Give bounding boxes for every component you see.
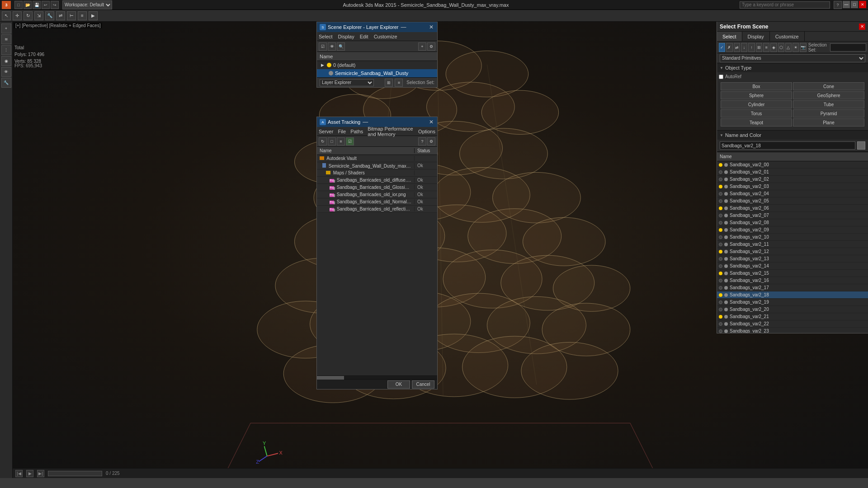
rotate-tool-btn[interactable]: ↻: [24, 11, 33, 20]
se-tool-settings-btn[interactable]: ⚙: [427, 42, 435, 51]
objects-list[interactable]: Sandbags_var2_00Sandbags_var2_01Sandbags…: [717, 161, 868, 333]
object-row-11[interactable]: Sandbags_var2_11: [717, 241, 868, 248]
sfs-highlight-btn[interactable]: ◈: [770, 43, 777, 52]
search-input[interactable]: [740, 1, 830, 9]
at-menu-paths[interactable]: Paths: [350, 129, 363, 134]
sfs-autoref-checkbox[interactable]: [719, 75, 723, 79]
layers-btn[interactable]: ≡: [78, 11, 87, 20]
timeline-next-btn[interactable]: ▶|: [37, 470, 44, 477]
minimize-button[interactable]: —: [843, 1, 850, 8]
object-row-17[interactable]: Sandbags_var2_17: [717, 284, 868, 291]
motion-btn[interactable]: ◉: [1, 56, 11, 66]
sfs-light-btn[interactable]: ☀: [793, 43, 799, 52]
sfs-tab-customize[interactable]: Customize: [770, 32, 805, 41]
asset-cancel-btn[interactable]: Cancel: [412, 380, 434, 389]
sfs-filter-btn[interactable]: ⊞: [756, 43, 762, 52]
sfs-type-sphere[interactable]: Sphere: [721, 91, 792, 99]
se-tool-expand-btn[interactable]: +: [418, 42, 426, 51]
at-menu-bitmap[interactable]: Bitmap Performance and Memory: [368, 126, 414, 137]
asset-row-reflection[interactable]: Png Sandbags_Barricades_old_reflection.p…: [317, 206, 437, 213]
object-row-4[interactable]: Sandbags_var2_04: [717, 190, 868, 197]
layer-default[interactable]: ▶ 0 (default): [317, 61, 437, 69]
scale-tool-btn[interactable]: ⇲: [34, 11, 43, 20]
object-row-3[interactable]: Sandbags_var2_03: [717, 183, 868, 190]
timeline-bar[interactable]: [48, 471, 102, 476]
object-row-6[interactable]: Sandbags_var2_06: [717, 205, 868, 212]
object-row-14[interactable]: Sandbags_var2_14: [717, 263, 868, 270]
new-file-btn[interactable]: □: [14, 1, 23, 9]
layer-explorer-dropdown[interactable]: Layer Explorer: [320, 79, 374, 86]
se-menu-select[interactable]: Select: [319, 34, 333, 39]
object-row-10[interactable]: Sandbags_var2_10: [717, 234, 868, 241]
create-btn[interactable]: +: [1, 23, 11, 33]
se-menu-edit[interactable]: Edit: [360, 34, 368, 39]
sfs-select-ancestors-btn[interactable]: ↑: [748, 43, 755, 52]
object-row-8[interactable]: Sandbags_var2_08: [717, 219, 868, 226]
at-tool-settings-btn[interactable]: ⚙: [427, 137, 435, 145]
sfs-object-type-header[interactable]: ▼ Object Type: [717, 63, 868, 72]
asset-row-glossines[interactable]: Png Sandbags_Barricades_old_Glossines.pn…: [317, 184, 437, 191]
at-tool-btn4[interactable]: ☑: [346, 137, 354, 145]
sfs-type-cylinder[interactable]: Cylinder: [721, 100, 792, 108]
sfs-select-descendants-btn[interactable]: ↓: [741, 43, 747, 52]
at-menu-server[interactable]: Server: [319, 129, 333, 134]
object-row-21[interactable]: Sandbags_var2_21: [717, 313, 868, 320]
asset-tracking-close-btn[interactable]: ✕: [428, 119, 434, 125]
snap-toggle-btn[interactable]: 🔧: [45, 11, 54, 20]
sfs-name-color-header[interactable]: ▼ Name and Color: [717, 131, 868, 140]
help-icon[interactable]: ?: [834, 1, 842, 9]
utilities-btn[interactable]: 🔧: [1, 78, 11, 88]
asset-row-maxfile[interactable]: Semicircle_Sandbag_Wall_Dusty_max_vray.m…: [317, 162, 437, 169]
sfs-name-input[interactable]: [720, 141, 855, 150]
workspace-selector[interactable]: Workspace: Default: [62, 0, 112, 9]
sfs-sort-btn[interactable]: ≡: [763, 43, 769, 52]
sfs-tab-display[interactable]: Display: [742, 32, 770, 41]
sfs-tab-select[interactable]: Select: [717, 32, 742, 41]
modify-btn[interactable]: ≋: [1, 34, 11, 44]
object-row-7[interactable]: Sandbags_var2_07: [717, 212, 868, 219]
sfs-close-btn[interactable]: ✕: [859, 23, 865, 30]
sfs-primitives-dropdown[interactable]: Standard Primitives: [720, 54, 865, 62]
asset-row-diffuse[interactable]: Png Sandbags_Barricades_old_diffuse.png …: [317, 177, 437, 184]
asset-row-vault[interactable]: Autodesk Vault: [317, 155, 437, 162]
object-row-19[interactable]: Sandbags_var2_19: [717, 299, 868, 306]
move-tool-btn[interactable]: ✛: [13, 11, 22, 20]
asset-row-ior[interactable]: Png Sandbags_Barricades_old_ior.png Ok: [317, 191, 437, 198]
sfs-type-torus[interactable]: Torus: [721, 109, 792, 117]
object-row-23[interactable]: Sandbags_var2_23: [717, 328, 868, 333]
sfs-type-cone[interactable]: Cone: [793, 82, 864, 90]
save-btn[interactable]: 💾: [33, 1, 41, 9]
se-tool-display-btn[interactable]: 👁: [328, 42, 336, 51]
undo-btn[interactable]: ↩: [42, 1, 50, 9]
sfs-selection-input[interactable]: [830, 43, 866, 52]
asset-tracking-minimize-btn[interactable]: —: [362, 119, 368, 125]
timeline-prev-btn[interactable]: |◀: [15, 470, 23, 477]
object-row-16[interactable]: Sandbags_var2_16: [717, 277, 868, 284]
hierarchy-btn[interactable]: ⋮: [1, 45, 11, 55]
object-row-12[interactable]: Sandbags_var2_12: [717, 248, 868, 255]
sfs-type-teapot[interactable]: Teapot: [721, 118, 792, 127]
sfs-type-plane[interactable]: Plane: [793, 118, 864, 127]
maximize-button[interactable]: □: [851, 1, 858, 8]
sfs-all-btn[interactable]: ✓: [719, 43, 725, 52]
object-row-0[interactable]: Sandbags_var2_00: [717, 161, 868, 169]
se-bottom-icon1[interactable]: ⊞: [385, 79, 393, 87]
object-row-18[interactable]: Sandbags_var2_18: [717, 291, 868, 299]
se-tool-find-btn[interactable]: 🔍: [337, 42, 345, 51]
sfs-shape-btn[interactable]: △: [785, 43, 792, 52]
select-tool-btn[interactable]: ↖: [2, 11, 11, 20]
timeline-play-btn[interactable]: ▶: [26, 470, 33, 477]
se-menu-display[interactable]: Display: [338, 34, 354, 39]
object-row-2[interactable]: Sandbags_var2_02: [717, 176, 868, 183]
se-menu-customize[interactable]: Customize: [374, 34, 397, 39]
at-menu-options[interactable]: Options: [418, 129, 435, 134]
at-tool-btn1[interactable]: ↻: [319, 137, 327, 145]
sfs-geo-btn[interactable]: ⬡: [778, 43, 784, 52]
open-file-btn[interactable]: 📂: [24, 1, 32, 9]
sfs-type-geosphere[interactable]: GeoSphere: [793, 91, 864, 99]
render-btn[interactable]: ▶: [89, 11, 98, 20]
at-menu-file[interactable]: File: [338, 129, 346, 134]
object-row-13[interactable]: Sandbags_var2_13: [717, 255, 868, 263]
object-row-22[interactable]: Sandbags_var2_22: [717, 320, 868, 328]
object-row-5[interactable]: Sandbags_var2_05: [717, 197, 868, 205]
